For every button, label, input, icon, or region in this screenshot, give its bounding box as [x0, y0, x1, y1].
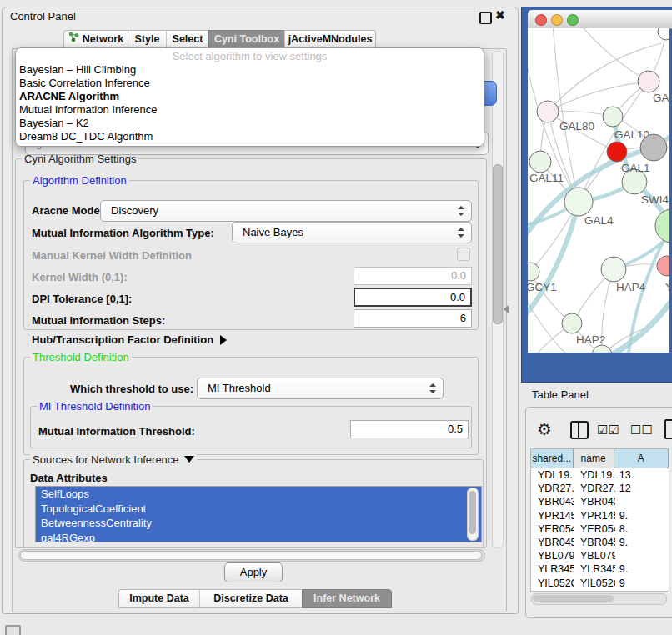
mi-threshold-field[interactable]: 0.5 [350, 420, 469, 438]
tab-network[interactable]: Network [63, 30, 128, 49]
node-bottom[interactable] [592, 345, 612, 352]
hub-definition-toggle[interactable]: Hub/Transcription Factor Definition [32, 333, 227, 346]
table-cell: 9. [615, 509, 669, 522]
node-gal-clipped[interactable] [638, 71, 659, 92]
table-header-row: shared...nameA [531, 449, 669, 468]
attribute-list-item[interactable]: TopologicalCoefficient [36, 502, 481, 517]
table-cell: YER054C [574, 522, 615, 536]
table-horizontal-scrollbar-thumb[interactable] [533, 595, 614, 602]
table-row[interactable]: YLR345WYLR345W9. [531, 562, 669, 576]
table-row[interactable]: YDR27...YDR27...12 [531, 482, 669, 495]
mi-steps-field[interactable]: 6 [354, 309, 472, 328]
minimized-panel-icon[interactable] [5, 625, 21, 635]
node-gcy1[interactable] [528, 262, 539, 281]
tab-impute-data[interactable]: Impute Data [118, 589, 199, 608]
settings-gear-icon[interactable]: ⚙ [537, 419, 552, 439]
algorithm-option[interactable]: Bayesian – K2 [16, 117, 484, 130]
node-hap4[interactable] [601, 257, 626, 282]
node-red[interactable] [607, 142, 627, 162]
tab-style[interactable]: Style [128, 30, 166, 49]
settings-horizontal-scrollbar[interactable] [18, 549, 485, 562]
manual-kernel-width-label: Manual Kernel Width Definition [32, 249, 192, 262]
settings-horizontal-scrollbar-thumb[interactable] [20, 551, 482, 560]
split-view-icon[interactable] [570, 421, 589, 439]
network-edge[interactable] [578, 28, 649, 82]
node-swi4[interactable] [655, 209, 669, 242]
table-cell: YLR345W [574, 562, 615, 576]
network-edge-thick[interactable] [603, 292, 669, 352]
tab-discretize-data[interactable]: Discretize Data [199, 589, 302, 608]
table-cell: 9. [615, 536, 669, 549]
algorithm-option[interactable]: Mutual Information Inference [16, 103, 484, 117]
column-header-0[interactable]: shared... [531, 449, 574, 468]
node-gal4[interactable] [564, 188, 593, 216]
table-cell: YDL19... [574, 468, 615, 482]
table-row[interactable]: YBR043CYBR043C [531, 495, 669, 508]
node-top[interactable] [658, 28, 669, 40]
tab-infer-network[interactable]: Infer Network [302, 589, 392, 608]
column-header-1[interactable]: name [574, 449, 614, 468]
tab-cyni-toolbox[interactable]: Cyni Toolbox [208, 30, 284, 49]
sources-group-title[interactable]: Sources for Network Inference [30, 453, 197, 466]
tab-label: Cyni Toolbox [214, 31, 279, 48]
node-gal80[interactable] [537, 101, 559, 122]
algorithm-option[interactable]: Dream8 DC_TDC Algorithm [16, 130, 484, 143]
which-threshold-value: MI Threshold [208, 378, 271, 398]
unchecked-checkbox-icon[interactable]: ☐☐ [630, 422, 653, 438]
table-cell [615, 549, 669, 562]
table-cell: 9. [615, 562, 669, 576]
attribute-list-item[interactable]: BetweennessCentrality [36, 516, 481, 531]
table-cell: YER054C [531, 522, 574, 536]
column-header-2[interactable]: A [614, 449, 669, 468]
table-row[interactable]: YPR145WYPR145W9. [531, 509, 669, 522]
mi-algorithm-type-combobox[interactable]: Naive Bayes [232, 222, 472, 243]
table-row[interactable]: YIL052CYIL052C9 [531, 577, 669, 590]
attribute-list-item[interactable]: gal4RGexp [36, 531, 481, 543]
float-window-icon[interactable] [479, 12, 492, 24]
node-gal11-label: GAL11 [529, 172, 564, 184]
minimize-traffic-light-icon[interactable] [551, 14, 563, 26]
node-table[interactable]: shared...nameA YDL19...YDL19...13YDR27..… [530, 448, 669, 592]
apply-button[interactable]: Apply [224, 562, 283, 582]
table-row[interactable]: YDL19...YDL19...13 [531, 468, 669, 482]
which-threshold-combobox[interactable]: MI Threshold [197, 378, 444, 399]
threshold-definition-title: Threshold Definition [30, 351, 132, 363]
network-window-titlebar[interactable] [528, 10, 672, 29]
tab-jactivemnodules[interactable]: jActiveMNodules [284, 30, 376, 49]
data-attributes-list[interactable]: SelfLoopsTopologicalCoefficientBetweenne… [35, 486, 482, 542]
control-panel-title: Control Panel [10, 10, 76, 22]
node-y-clipped[interactable] [657, 256, 669, 276]
network-canvas[interactable]: GALGAL80GAL10GAL1GAL11SWI4GAL4GCY1HAP4YH… [528, 28, 669, 352]
algorithm-option[interactable]: ARACNE Algorithm [16, 90, 484, 103]
settings-vertical-scrollbar-thumb[interactable] [493, 164, 503, 324]
node-gal10[interactable] [603, 107, 623, 127]
document-icon[interactable] [664, 419, 672, 439]
close-traffic-light-icon[interactable] [535, 14, 547, 26]
table-row[interactable]: YBL079WYBL079W [531, 549, 669, 562]
panel-divider-collapse-icon[interactable] [504, 305, 509, 313]
table-row[interactable]: YBR045CYBR045C9. [531, 536, 669, 549]
kernel-width-field[interactable]: 0.0 [354, 267, 472, 285]
close-icon[interactable]: ✖ [495, 8, 505, 22]
table-panel-title: Table Panel [532, 388, 589, 401]
zoom-traffic-light-icon[interactable] [567, 14, 579, 26]
node-hap2[interactable] [562, 313, 582, 333]
attributes-list-scrollbar-thumb[interactable] [469, 491, 476, 534]
attribute-list-item[interactable]: SelfLoops [36, 487, 481, 502]
table-row[interactable]: YER054CYER054C8. [531, 522, 669, 536]
table-cell: YBR043C [531, 495, 574, 508]
tab-select[interactable]: Select [166, 30, 208, 49]
manual-kernel-width-checkbox[interactable] [457, 248, 470, 261]
algorithm-definition-title: Algorithm Definition [30, 174, 129, 187]
checked-checkbox-icon[interactable]: ☑☑ [597, 422, 619, 438]
table-horizontal-scrollbar[interactable] [531, 593, 667, 605]
aracne-mode-combobox[interactable]: Discovery [100, 200, 472, 222]
table-cell: YPR145W [531, 509, 574, 522]
tab-label: Style [135, 31, 160, 48]
algorithm-option[interactable]: Basic Correlation Inference [16, 77, 484, 90]
algorithm-option[interactable]: Bayesian – Hill Climbing [16, 63, 484, 77]
node-gal11[interactable] [529, 151, 551, 172]
dpi-tolerance-field[interactable]: 0.0 [354, 288, 472, 307]
table-cell: YBR045C [574, 536, 615, 549]
node-gray[interactable] [640, 134, 667, 161]
